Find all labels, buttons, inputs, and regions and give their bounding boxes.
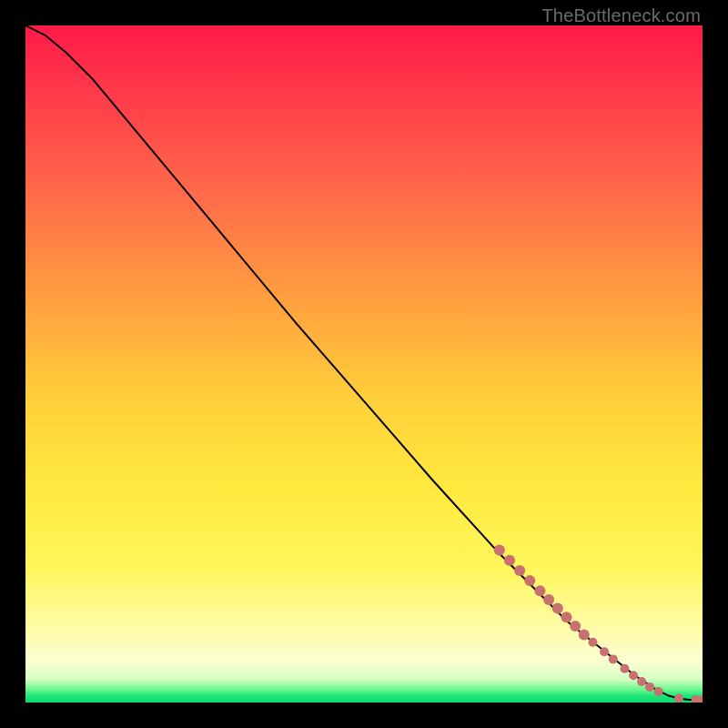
data-point bbox=[629, 671, 638, 680]
data-point bbox=[570, 621, 581, 632]
data-point bbox=[534, 585, 545, 596]
data-point bbox=[600, 647, 609, 656]
data-point bbox=[674, 694, 683, 703]
data-point bbox=[620, 664, 629, 673]
data-point bbox=[609, 654, 618, 663]
data-point bbox=[561, 612, 571, 622]
data-point bbox=[654, 687, 663, 696]
data-point bbox=[637, 677, 646, 686]
data-point bbox=[504, 555, 515, 566]
data-point bbox=[514, 565, 525, 576]
branding-label: TheBottleneck.com bbox=[541, 5, 701, 26]
marker-layer bbox=[494, 545, 703, 703]
plot-area bbox=[25, 25, 703, 703]
data-point bbox=[645, 682, 654, 692]
chart-svg bbox=[25, 25, 703, 703]
data-point bbox=[552, 603, 563, 614]
chart-frame: TheBottleneck.com bbox=[0, 0, 728, 728]
data-point bbox=[588, 638, 597, 647]
data-point bbox=[543, 594, 554, 605]
curve-line bbox=[25, 25, 703, 700]
data-point bbox=[494, 545, 505, 556]
data-point bbox=[579, 630, 590, 641]
data-point bbox=[524, 575, 535, 586]
